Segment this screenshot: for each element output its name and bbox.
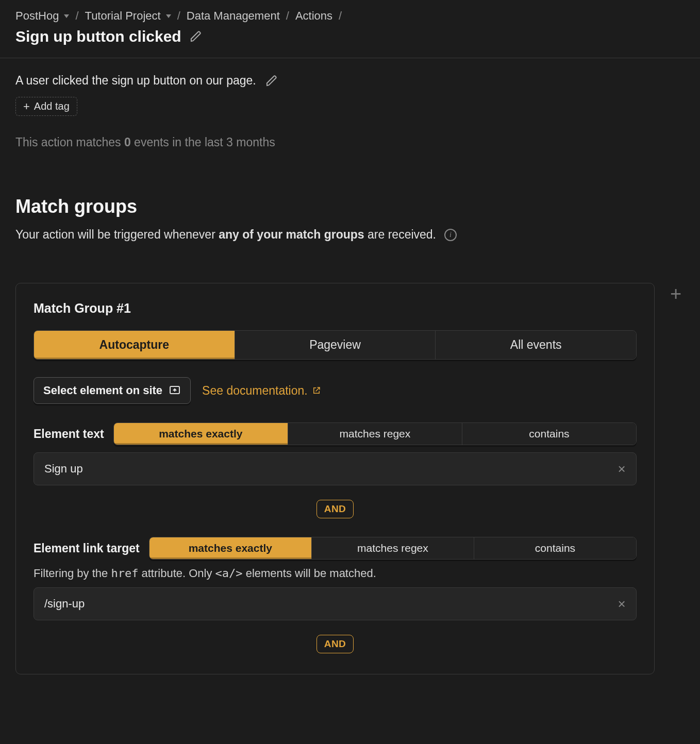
edit-description-icon[interactable]: [265, 75, 278, 87]
breadcrumb-sep: /: [339, 9, 342, 23]
stats-count: 0: [124, 136, 131, 149]
link-target-label: Element link target: [34, 542, 140, 555]
element-text-op-segmented: matches exactly matches regex contains: [113, 422, 637, 445]
edit-title-icon[interactable]: [190, 30, 202, 43]
breadcrumb-project[interactable]: Tutorial Project: [85, 9, 171, 23]
link-target-input[interactable]: [34, 587, 637, 620]
match-group-title: Match Group #1: [34, 301, 637, 316]
link-target-input-wrap: ×: [34, 587, 637, 620]
chevron-down-icon: [166, 14, 171, 18]
clear-icon[interactable]: ×: [616, 598, 627, 610]
match-sub-text: Your action will be triggered whenever a…: [15, 228, 436, 242]
page-title: Sign up button clicked: [15, 28, 181, 45]
tab-autocapture[interactable]: Autocapture: [34, 331, 235, 359]
tools-row: Select element on site See documentation…: [34, 377, 637, 404]
breadcrumb-sep: /: [75, 9, 78, 23]
op-contains[interactable]: contains: [462, 423, 636, 445]
description-text: A user clicked the sign up button on our…: [15, 74, 256, 88]
add-tag-label: Add tag: [34, 100, 70, 112]
breadcrumb-subsection-label: Actions: [295, 9, 332, 23]
and-pill: AND: [316, 635, 354, 653]
breadcrumb-sep: /: [177, 9, 180, 23]
see-docs-link[interactable]: See documentation.: [202, 384, 321, 398]
match-stats: This action matches 0 events in the last…: [15, 136, 685, 149]
op-exact[interactable]: matches exactly: [114, 423, 288, 445]
breadcrumb-section[interactable]: Data Management: [187, 9, 280, 23]
select-element-button[interactable]: Select element on site: [34, 377, 191, 404]
breadcrumb-section-label: Data Management: [187, 9, 280, 23]
page-content: A user clicked the sign up button on our…: [0, 58, 700, 674]
match-groups-heading: Match groups: [15, 196, 685, 217]
inspect-icon: [169, 384, 181, 397]
link-help-text: Filtering by the href attribute. Only <a…: [34, 567, 637, 580]
op-contains[interactable]: contains: [474, 537, 636, 559]
clear-icon[interactable]: ×: [616, 463, 627, 475]
breadcrumb-org-label: PostHog: [15, 9, 59, 23]
external-link-icon: [312, 386, 321, 395]
event-type-segmented: Autocapture Pageview All events: [34, 330, 637, 360]
op-regex[interactable]: matches regex: [312, 537, 474, 559]
and-pill: AND: [316, 500, 354, 518]
page-title-row: Sign up button clicked: [15, 28, 685, 45]
breadcrumb-project-label: Tutorial Project: [85, 9, 161, 23]
stats-prefix: This action matches: [15, 136, 124, 149]
op-exact[interactable]: matches exactly: [149, 537, 312, 559]
chevron-down-icon: [64, 14, 69, 18]
match-group-card: Match Group #1 Autocapture Pageview All …: [15, 283, 655, 674]
breadcrumb-subsection[interactable]: Actions: [295, 9, 332, 23]
description-row: A user clicked the sign up button on our…: [15, 74, 685, 88]
element-text-input[interactable]: [34, 452, 637, 485]
info-icon[interactable]: i: [444, 229, 457, 241]
link-target-row: Element link target matches exactly matc…: [34, 537, 637, 560]
tab-all-events[interactable]: All events: [436, 331, 636, 359]
plus-icon: +: [23, 101, 30, 112]
breadcrumb-org[interactable]: PostHog: [15, 9, 69, 23]
match-groups-sub: Your action will be triggered whenever a…: [15, 228, 685, 242]
page-header: PostHog / Tutorial Project / Data Manage…: [0, 0, 700, 58]
element-text-input-wrap: ×: [34, 452, 637, 485]
see-docs-label: See documentation.: [202, 384, 308, 398]
breadcrumb: PostHog / Tutorial Project / Data Manage…: [15, 9, 685, 23]
breadcrumb-sep: /: [286, 9, 289, 23]
element-text-label: Element text: [34, 427, 104, 441]
op-regex[interactable]: matches regex: [288, 423, 462, 445]
element-text-row: Element text matches exactly matches reg…: [34, 422, 637, 445]
add-match-group-button[interactable]: +: [667, 286, 685, 303]
tab-pageview[interactable]: Pageview: [235, 331, 436, 359]
add-tag-button[interactable]: + Add tag: [15, 97, 77, 116]
groups-row: Match Group #1 Autocapture Pageview All …: [15, 283, 685, 674]
select-element-label: Select element on site: [43, 384, 162, 397]
link-target-op-segmented: matches exactly matches regex contains: [149, 537, 637, 560]
stats-suffix: events in the last 3 months: [131, 136, 275, 149]
